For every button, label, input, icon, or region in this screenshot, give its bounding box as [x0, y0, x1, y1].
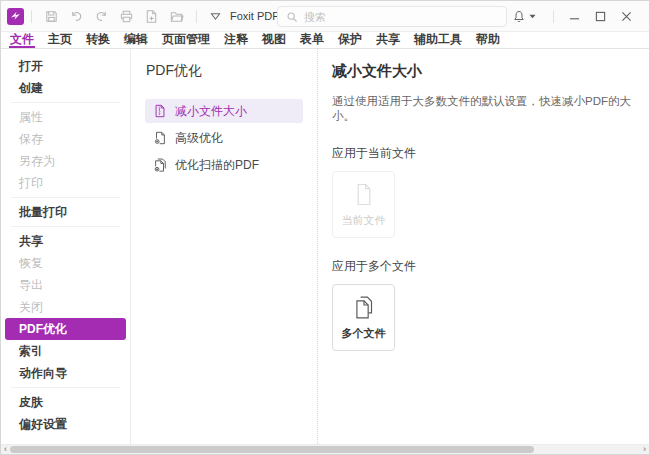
sidebar-item-create[interactable]: 创建	[1, 77, 130, 99]
menu-file[interactable]: 文件	[9, 32, 35, 48]
foxit-logo-icon[interactable]	[7, 8, 24, 25]
search-input[interactable]	[304, 11, 498, 23]
multiple-files-section-label: 应用于多个文件	[332, 258, 649, 275]
multiple-files-icon	[353, 295, 375, 320]
current-file-section-label: 应用于当前文件	[332, 145, 649, 162]
sidebar-item-share[interactable]: 共享	[1, 230, 130, 252]
sidebar-divider	[11, 387, 120, 388]
option-label: 高级优化	[175, 130, 223, 147]
title-bar: Foxit PDF Editor	[1, 1, 649, 32]
multiple-files-card[interactable]: 多个文件	[332, 284, 395, 351]
scrollbar-thumb[interactable]	[10, 446, 534, 453]
detail-panel: 减小文件大小 通过使用适用于大多数文件的默认设置，快速减小PDF的大小。 应用于…	[317, 49, 649, 444]
multiple-files-card-label: 多个文件	[342, 326, 386, 341]
menu-protect[interactable]: 保护	[337, 32, 363, 48]
menu-accessibility[interactable]: 辅助工具	[413, 32, 463, 48]
menu-form[interactable]: 表单	[299, 32, 325, 48]
sidebar-item-pdf-optimize[interactable]: PDF优化	[5, 318, 126, 340]
detail-title: 减小文件大小	[332, 49, 649, 81]
menu-convert[interactable]: 转换	[85, 32, 111, 48]
menu-share[interactable]: 共享	[375, 32, 401, 48]
file-menu-sidebar: 打开 创建 属性 保存 另存为 打印 批量打印 共享 恢复 导出 关闭 PDF优…	[1, 49, 131, 444]
sidebar-divider	[11, 102, 120, 103]
close-button[interactable]	[613, 6, 639, 26]
sidebar-divider	[11, 226, 120, 227]
current-file-card-label: 当前文件	[342, 213, 386, 228]
optimize-panel: PDF优化 减小文件大小 高级优化	[131, 49, 317, 444]
toolbar-dropdown-icon[interactable]	[210, 12, 221, 21]
option-optimize-scanned-pdf[interactable]: 优化扫描的PDF	[145, 153, 303, 177]
menu-view[interactable]: 视图	[261, 32, 287, 48]
print-icon[interactable]	[119, 8, 135, 24]
notification-button[interactable]	[512, 9, 536, 24]
sidebar-item-properties: 属性	[1, 106, 130, 128]
option-label: 减小文件大小	[175, 103, 247, 120]
sidebar-item-save-as: 另存为	[1, 150, 130, 172]
option-advanced-optimization[interactable]: 高级优化	[145, 126, 303, 150]
search-box[interactable]	[277, 6, 507, 27]
notification-bell-icon	[512, 9, 526, 24]
toolbar-separator	[196, 10, 197, 23]
sidebar-item-skin[interactable]: 皮肤	[1, 391, 130, 413]
sidebar-item-save: 保存	[1, 128, 130, 150]
sidebar-divider	[11, 197, 120, 198]
sidebar-item-batch-print[interactable]: 批量打印	[1, 201, 130, 223]
menu-help[interactable]: 帮助	[475, 32, 501, 48]
sidebar-item-revert: 恢复	[1, 252, 130, 274]
horizontal-scrollbar[interactable]: ‹ ›	[1, 444, 649, 454]
undo-icon[interactable]	[69, 8, 85, 24]
sidebar-item-action-wizard[interactable]: 动作向导	[1, 362, 130, 384]
menu-comment[interactable]: 注释	[223, 32, 249, 48]
scroll-right-icon[interactable]: ›	[640, 445, 649, 454]
current-file-icon	[354, 182, 374, 207]
sidebar-item-export: 导出	[1, 274, 130, 296]
sidebar-item-open[interactable]: 打开	[1, 55, 130, 77]
save-icon[interactable]	[44, 8, 60, 24]
maximize-button[interactable]	[587, 6, 613, 26]
titlebar-separator	[553, 10, 554, 23]
current-file-card: 当前文件	[332, 171, 395, 238]
optimize-panel-title: PDF优化	[146, 62, 317, 80]
optimize-scanned-pdf-icon	[153, 158, 167, 172]
menu-edit[interactable]: 编辑	[123, 32, 149, 48]
search-icon	[286, 11, 298, 23]
menu-home[interactable]: 主页	[47, 32, 73, 48]
option-reduce-file-size[interactable]: 减小文件大小	[145, 99, 303, 123]
sidebar-item-preferences[interactable]: 偏好设置	[1, 413, 130, 435]
sidebar-item-index[interactable]: 索引	[1, 340, 130, 362]
app-window: Foxit PDF Editor 文件 主页 转换 编辑	[0, 0, 650, 455]
menu-page-organize[interactable]: 页面管理	[161, 32, 211, 48]
toolbar-separator	[31, 10, 32, 23]
detail-description: 通过使用适用于大多数文件的默认设置，快速减小PDF的大小。	[332, 94, 649, 124]
menu-bar: 文件 主页 转换 编辑 页面管理 注释 视图 表单 保护 共享 辅助工具 帮助	[1, 32, 649, 49]
scroll-left-icon[interactable]: ‹	[1, 445, 10, 454]
redo-icon[interactable]	[94, 8, 110, 24]
close-icon	[621, 11, 632, 22]
minimize-icon	[569, 11, 580, 22]
scrollbar-track[interactable]	[10, 445, 640, 454]
minimize-button[interactable]	[561, 6, 587, 26]
option-label: 优化扫描的PDF	[175, 157, 259, 174]
open-folder-icon[interactable]	[169, 8, 185, 24]
bell-dropdown-icon	[529, 14, 536, 19]
new-document-icon[interactable]	[144, 8, 160, 24]
sidebar-item-print: 打印	[1, 172, 130, 194]
advanced-optimization-icon	[153, 131, 167, 145]
reduce-file-size-icon	[153, 104, 167, 118]
sidebar-item-close: 关闭	[1, 296, 130, 318]
maximize-icon	[595, 11, 606, 22]
